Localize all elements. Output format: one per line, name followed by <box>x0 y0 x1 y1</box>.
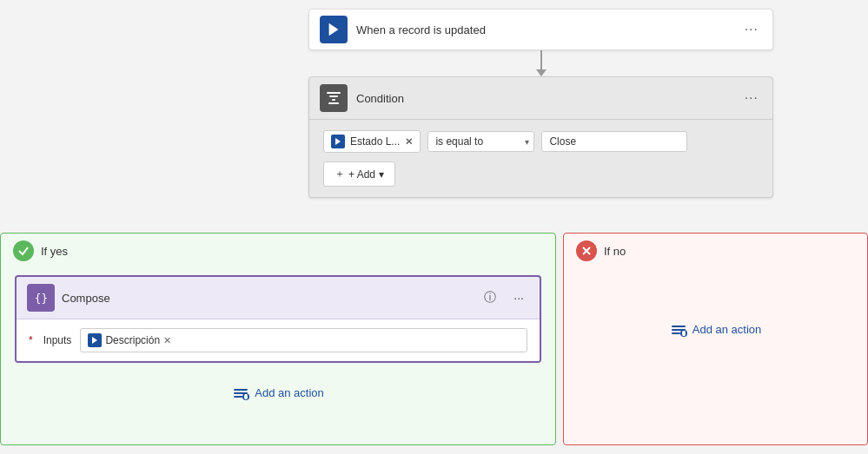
svg-rect-2 <box>329 95 338 97</box>
condition-label: Condition <box>356 92 741 105</box>
compose-body: * Inputs Descripción ✕ <box>17 319 540 361</box>
svg-rect-3 <box>332 99 335 101</box>
condition-icon-box <box>320 84 348 112</box>
compose-card: {} Compose ⓘ ··· * Inputs <box>15 275 541 363</box>
if-yes-add-action-row: Add an action <box>1 370 555 410</box>
if-no-add-action-icon <box>670 320 687 338</box>
inputs-required-star: * <box>29 334 33 346</box>
field-tag-label: Estado L... <box>350 135 400 148</box>
trigger-icon <box>326 22 341 37</box>
input-tag-inner-icon <box>90 336 99 345</box>
add-icon: ＋ <box>335 167 345 181</box>
condition-value-input[interactable] <box>541 131 687 152</box>
arrow-connector <box>536 50 547 76</box>
condition-icon <box>325 89 342 107</box>
if-no-add-action-link[interactable]: Add an action <box>692 323 762 336</box>
field-tag-close[interactable]: ✕ <box>405 136 413 148</box>
x-icon <box>581 246 592 256</box>
if-no-column: If no Add an action <box>563 233 868 445</box>
compose-icon: {} <box>33 290 49 306</box>
svg-text:{}: {} <box>35 292 48 305</box>
svg-marker-5 <box>335 138 341 145</box>
compose-info-button[interactable]: ⓘ <box>479 288 501 307</box>
arrow-line <box>540 50 542 69</box>
svg-rect-13 <box>245 394 248 399</box>
if-yes-check-icon <box>13 240 34 261</box>
inputs-label: Inputs <box>43 334 72 346</box>
trigger-block: When a record is updated ··· <box>308 9 773 50</box>
if-yes-column: If yes {} Compose ⓘ ··· <box>0 233 556 445</box>
field-tag-icon <box>331 135 345 148</box>
if-yes-add-action-icon <box>232 384 249 401</box>
input-tag: Descripción ✕ <box>88 333 171 347</box>
operator-select[interactable]: is equal to is not equal to contains doe… <box>427 131 534 152</box>
if-yes-header: If yes <box>1 234 555 268</box>
svg-rect-8 <box>234 389 248 391</box>
condition-ellipsis-button[interactable]: ··· <box>741 87 762 109</box>
operator-select-wrapper[interactable]: is equal to is not equal to contains doe… <box>427 131 534 152</box>
if-no-title: If no <box>604 245 626 258</box>
svg-rect-18 <box>672 332 680 334</box>
branches: If yes {} Compose ⓘ ··· <box>0 233 868 445</box>
trigger-label: When a record is updated <box>356 23 741 36</box>
trigger-ellipsis-button[interactable]: ··· <box>741 18 762 41</box>
input-tag-label: Descripción <box>105 334 160 346</box>
condition-row: Estado L... ✕ is equal to is not equal t… <box>323 130 759 153</box>
compose-title: Compose <box>62 292 472 305</box>
svg-rect-16 <box>672 326 686 327</box>
if-yes-title: If yes <box>41 245 68 258</box>
condition-add-button[interactable]: ＋ + Add ▾ <box>323 161 395 187</box>
svg-marker-7 <box>92 337 97 344</box>
canvas: When a record is updated ··· Condition ·… <box>0 0 868 454</box>
if-no-header: If no <box>564 234 867 268</box>
compose-more-button[interactable]: ··· <box>508 289 529 306</box>
condition-block: Condition ··· Estado L... ✕ is equal to <box>308 76 773 198</box>
if-yes-add-action-link[interactable]: Add an action <box>255 386 324 399</box>
inputs-tag-container[interactable]: Descripción ✕ <box>80 328 527 352</box>
condition-body: Estado L... ✕ is equal to is not equal t… <box>309 120 772 197</box>
field-tag-inner-icon <box>334 137 342 146</box>
compose-header[interactable]: {} Compose ⓘ ··· <box>17 277 540 319</box>
if-no-add-action-row: Add an action <box>564 268 867 338</box>
condition-header: Condition ··· <box>309 77 772 120</box>
svg-rect-10 <box>234 396 242 398</box>
compose-icon-box: {} <box>27 284 55 312</box>
check-icon <box>17 245 30 257</box>
svg-rect-4 <box>328 102 339 104</box>
condition-field-tag[interactable]: Estado L... ✕ <box>323 130 421 153</box>
if-no-x-icon <box>576 240 597 261</box>
arrow-head <box>536 69 547 76</box>
add-label: + Add <box>348 168 375 181</box>
condition-add-row: ＋ + Add ▾ <box>323 161 759 187</box>
input-tag-close[interactable]: ✕ <box>163 335 171 346</box>
trigger-icon-box <box>320 16 348 43</box>
svg-rect-21 <box>682 331 685 336</box>
svg-marker-0 <box>329 23 339 36</box>
compose-actions: ⓘ ··· <box>479 288 529 307</box>
add-chevron-icon: ▾ <box>379 168 384 181</box>
svg-rect-1 <box>327 92 341 94</box>
input-tag-icon <box>88 333 102 347</box>
